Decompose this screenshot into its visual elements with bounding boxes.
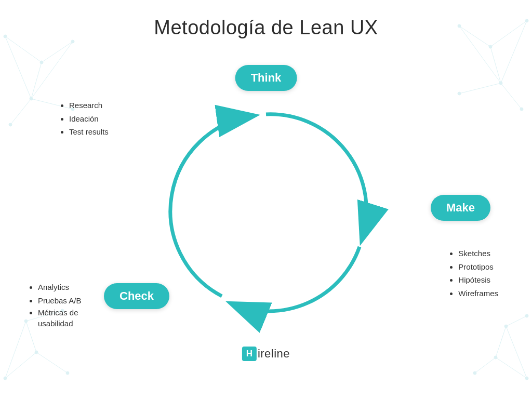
cycle-diagram [141, 86, 391, 335]
list-item: Wireframes [458, 287, 498, 300]
list-item: Prototipos [458, 260, 498, 274]
list-item: Ideación [69, 112, 109, 126]
list-item: Pruebas A/B [38, 294, 105, 308]
list-item: Research [69, 99, 109, 112]
check-bubble: Check [104, 283, 169, 309]
svg-point-20 [525, 19, 528, 22]
list-item: Analytics [38, 281, 105, 294]
page-content: Metodología de Lean UX Think [0, 0, 532, 399]
svg-point-9 [71, 40, 74, 43]
make-bubble: Make [431, 195, 490, 221]
list-item: Test results [69, 125, 109, 139]
list-item: Hipótesis [458, 273, 498, 287]
svg-point-7 [4, 35, 7, 38]
think-bubble: Think [235, 65, 297, 91]
list-item: Métricas de usabilidad [38, 307, 105, 329]
svg-line-14 [459, 26, 490, 47]
check-list: Analytics Pruebas A/B Métricas de usabil… [29, 281, 105, 329]
svg-point-22 [458, 24, 461, 28]
logo-icon: H [242, 347, 257, 361]
make-list: Sketches Prototipos Hipótesis Wireframes [449, 247, 498, 300]
think-list: Research Ideación Test results [60, 99, 109, 139]
logo: H ireline [242, 347, 290, 361]
list-item: Sketches [458, 247, 498, 260]
diagram-area: Think Make Check Research Ideación Test … [0, 44, 532, 377]
logo-text: ireline [258, 347, 290, 361]
svg-point-31 [4, 377, 7, 380]
svg-point-41 [525, 377, 528, 380]
